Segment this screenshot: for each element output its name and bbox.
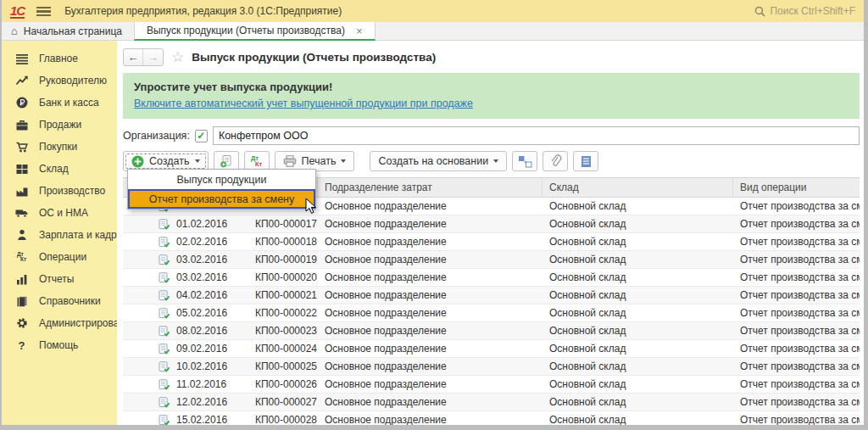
- sidebar-item-rukovoditelyu[interactable]: Руководителю: [2, 70, 117, 92]
- main-menu-icon[interactable]: [36, 7, 51, 16]
- table-row[interactable]: 12.02.2016 КП00-000027 Основное подразде…: [123, 394, 860, 411]
- table-row[interactable]: 08.02.2016 КП00-000023 Основное подразде…: [123, 322, 860, 340]
- menu-item[interactable]: Отчет производства за смену: [128, 189, 315, 209]
- cell-department: Основное подразделение: [318, 376, 542, 393]
- cell-warehouse: Основной склад: [542, 322, 733, 339]
- cell-department: Основное подразделение: [318, 358, 542, 375]
- related-documents-button[interactable]: [512, 151, 537, 171]
- cell-operation: Отчет производства за смену: [733, 269, 860, 286]
- sidebar-item-label: Главное: [39, 53, 78, 64]
- page-title: Выпуск продукции (Отчеты производства): [192, 51, 436, 64]
- question-icon: ?: [15, 339, 28, 351]
- copy-document-icon: [220, 154, 233, 168]
- sidebar-item-sklad[interactable]: Склад: [2, 158, 117, 180]
- menu-lines-icon: [15, 53, 28, 64]
- create-dropdown-menu: Выпуск продукции Отчет производства за с…: [127, 169, 316, 209]
- cell-operation: Отчет производства за смену: [733, 394, 860, 410]
- tab-label: Выпуск продукции (Отчеты производства): [147, 25, 345, 36]
- sidebar-item-label: Помощь: [39, 339, 78, 351]
- table-header-warehouse[interactable]: Склад: [542, 178, 733, 197]
- sidebar-item-operacii[interactable]: ДтКт Операции: [2, 246, 117, 268]
- table-row[interactable]: 05.02.2016 КП00-000022 Основное подразде…: [123, 304, 860, 322]
- cell-department: Основное подразделение: [318, 394, 542, 410]
- favorite-star-icon[interactable]: ☆: [171, 50, 184, 64]
- dt-kt-icon: ДтКт: [15, 251, 28, 263]
- print-button-label: Печать: [302, 155, 337, 167]
- table-header-operation[interactable]: Вид операции: [733, 178, 860, 197]
- sidebar-item-prodazhi[interactable]: Продажи: [2, 114, 117, 136]
- cell-department: Основное подразделение: [318, 304, 542, 321]
- cell-department: Основное подразделение: [318, 198, 542, 215]
- table-row[interactable]: 03.02.2016 КП00-000019 Основное подразде…: [123, 251, 860, 269]
- banner-heading: Упростите учет выпуска продукции!: [134, 81, 849, 93]
- sidebar-item-bank-kassa[interactable]: Банк и касса: [2, 92, 117, 114]
- table-row[interactable]: 04.02.2016 КП00-000021 Основное подразде…: [123, 287, 860, 304]
- banner-link[interactable]: Включите автоматический учет выпущенной …: [134, 98, 473, 109]
- sidebar-item-label: Руководителю: [39, 75, 107, 87]
- forward-button[interactable]: →: [143, 49, 163, 65]
- cell-department: Основное подразделение: [318, 215, 542, 232]
- posted-document-icon: [159, 219, 170, 230]
- trend-chart-icon: [15, 75, 28, 87]
- chevron-down-icon: [493, 159, 498, 163]
- table-row[interactable]: 11.02.2016 КП00-000026 Основное подразде…: [123, 376, 860, 394]
- sidebar-item-pomosch[interactable]: ? Помощь: [2, 334, 117, 356]
- cell-date: 09.02.2016: [123, 340, 248, 357]
- create-based-on-button[interactable]: Создать на основании: [370, 151, 507, 171]
- cell-number: КП00-000025: [248, 358, 318, 375]
- organization-input[interactable]: [213, 126, 860, 145]
- factory-icon: [15, 185, 28, 197]
- cell-warehouse: Основной склад: [542, 251, 733, 268]
- sidebar-item-zarplata-kadry[interactable]: Зарплата и кадры: [2, 224, 117, 246]
- create-based-on-label: Создать на основании: [378, 155, 488, 167]
- sidebar-item-label: Зарплата и кадры: [39, 229, 124, 241]
- sidebar-item-administrirovanie[interactable]: Администрирование: [2, 312, 117, 334]
- table-row[interactable]: 09.02.2016 КП00-000024 Основное подразде…: [123, 340, 860, 358]
- sidebar-item-os-nma[interactable]: ОС и НМА: [2, 202, 117, 224]
- history-nav: ← →: [123, 48, 164, 66]
- cell-date: 10.02.2016: [123, 358, 248, 375]
- cell-warehouse: Основной склад: [542, 287, 733, 304]
- organization-checkbox[interactable]: ✓: [195, 130, 208, 142]
- menu-item[interactable]: Выпуск продукции: [128, 170, 315, 189]
- sidebar-item-spravochniki[interactable]: Справочники: [2, 290, 117, 312]
- chevron-down-icon: [195, 159, 200, 163]
- sidebar-item-pokupki[interactable]: Покупки: [2, 136, 117, 158]
- posted-document-icon: [159, 237, 170, 248]
- sidebar-item-label: Банк и касса: [39, 97, 99, 109]
- cell-department: Основное подразделение: [318, 322, 542, 339]
- tab-production-reports[interactable]: Выпуск продукции (Отчеты производства) ×: [134, 22, 376, 41]
- register-report-button[interactable]: [573, 151, 598, 171]
- cell-operation: Отчет производства за смену: [733, 233, 860, 250]
- table-row[interactable]: 01.02.2016 КП00-000017 Основное подразде…: [123, 215, 860, 233]
- cell-date: 04.02.2016: [123, 287, 248, 304]
- tab-home[interactable]: ⌂ Начальная страница: [2, 22, 134, 40]
- cell-number: КП00-000027: [248, 394, 318, 410]
- sidebar-item-glavnoe[interactable]: Главное: [2, 47, 117, 70]
- back-button[interactable]: ←: [124, 49, 143, 65]
- cell-warehouse: Основной склад: [542, 394, 733, 410]
- search-icon: [754, 6, 765, 17]
- sidebar: Главное Руководителю Банк и касса Продаж…: [2, 41, 117, 425]
- table-row[interactable]: 03.02.2016 КП00-000020 Основное подразде…: [123, 269, 860, 287]
- posted-document-icon: [159, 326, 170, 337]
- ruble-coin-icon: [15, 97, 28, 109]
- table-header-department[interactable]: Подразделение затрат: [318, 178, 542, 197]
- global-search[interactable]: Поиск Ctrl+Shift+F: [754, 5, 855, 17]
- cell-operation: Отчет производства за смену: [733, 322, 860, 339]
- cell-operation: Отчет производства за смену: [733, 358, 860, 375]
- sidebar-item-otchety[interactable]: Отчеты: [2, 268, 117, 290]
- table-row[interactable]: 10.02.2016 КП00-000025 Основное подразде…: [123, 358, 860, 376]
- table-row[interactable]: 02.02.2016 КП00-000018 Основное подразде…: [123, 233, 860, 251]
- attachments-button[interactable]: [542, 151, 568, 171]
- posted-document-icon: [159, 272, 170, 283]
- table-row[interactable]: 15.02.2016 КП00-000028 Основное подразде…: [123, 411, 860, 425]
- sidebar-item-label: ОС и НМА: [39, 207, 88, 219]
- cell-number: КП00-000020: [248, 269, 318, 286]
- cell-warehouse: Основной склад: [542, 340, 733, 357]
- create-button-label: Создать: [149, 155, 190, 167]
- close-icon[interactable]: ×: [356, 25, 363, 37]
- sidebar-item-proizvodstvo[interactable]: Производство: [2, 180, 117, 202]
- window-frame: 1С Бухгалтерия предприятия, редакция 3.0…: [0, 0, 868, 430]
- cell-operation: Отчет производства за смену: [733, 215, 860, 232]
